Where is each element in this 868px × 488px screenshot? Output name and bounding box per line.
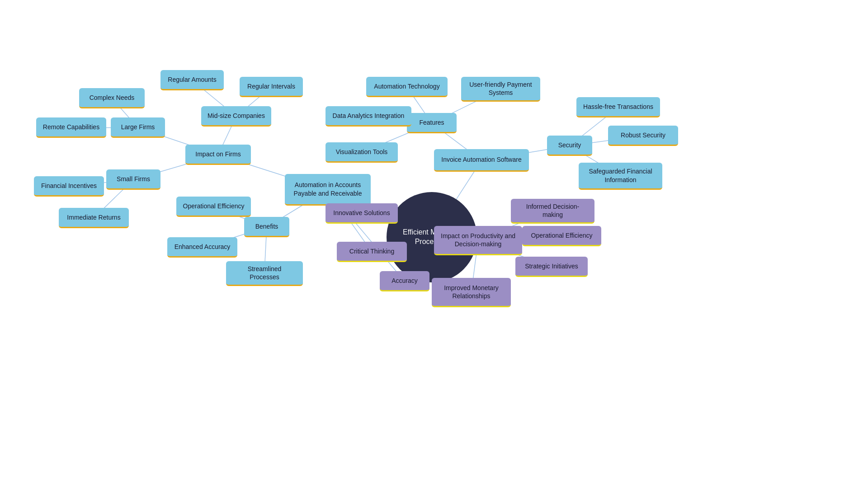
node-large-firms[interactable]: Large Firms (111, 117, 165, 138)
node-data-analytics[interactable]: Data Analytics Integration (326, 106, 411, 127)
mind-map: Efficient Monetary ProcessesInvoice Auto… (0, 0, 868, 488)
node-op-eff-right[interactable]: Operational Efficiency (522, 226, 601, 246)
node-remote-cap[interactable]: Remote Capabilities (36, 117, 106, 138)
node-op-eff-left[interactable]: Operational Efficiency (176, 197, 251, 217)
node-mid-size[interactable]: Mid-size Companies (201, 106, 271, 127)
node-user-friendly[interactable]: User-friendly Payment Systems (461, 77, 540, 102)
node-accuracy[interactable]: Accuracy (380, 271, 429, 291)
node-hassle-free[interactable]: Hassle-free Transactions (576, 97, 660, 117)
node-ias[interactable]: Invoice Automation Software (434, 149, 529, 172)
node-streamlined[interactable]: Streamlined Processes (226, 261, 303, 286)
node-viz-tools[interactable]: Visualization Tools (326, 142, 398, 163)
node-regular-intervals[interactable]: Regular Intervals (240, 77, 303, 97)
node-improved-monetary[interactable]: Improved Monetary Relationships (432, 278, 511, 307)
node-security[interactable]: Security (547, 136, 592, 156)
node-critical[interactable]: Critical Thinking (337, 242, 407, 262)
node-features[interactable]: Features (407, 113, 457, 133)
node-financial-inc[interactable]: Financial Incentives (34, 176, 104, 197)
node-informed[interactable]: Informed Decision-making (511, 199, 594, 224)
node-impact-prod[interactable]: Impact on Productivity and Decision-maki… (434, 226, 522, 255)
node-automation-tech[interactable]: Automation Technology (366, 77, 448, 97)
node-robust-security[interactable]: Robust Security (608, 126, 678, 146)
node-enhanced[interactable]: Enhanced Accuracy (167, 237, 237, 258)
node-impact-firms[interactable]: Impact on Firms (185, 145, 251, 165)
node-benefits[interactable]: Benefits (244, 217, 289, 237)
node-strategic[interactable]: Strategic Initiatives (515, 257, 588, 277)
node-apra[interactable]: Automation in Accounts Payable and Recei… (285, 174, 371, 206)
node-complex-needs[interactable]: Complex Needs (79, 88, 145, 108)
node-innovative[interactable]: Innovative Solutions (326, 203, 398, 224)
node-small-firms[interactable]: Small Firms (106, 169, 160, 190)
node-safeguarded[interactable]: Safeguarded Financial Information (579, 163, 662, 190)
node-regular-amounts[interactable]: Regular Amounts (160, 70, 224, 90)
node-immediate[interactable]: Immediate Returns (59, 208, 129, 228)
